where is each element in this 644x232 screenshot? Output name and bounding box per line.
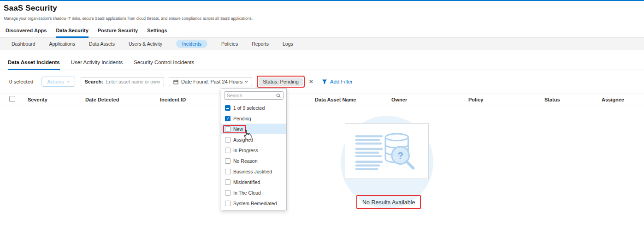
column-assignee[interactable]: Assignee [596,97,644,102]
status-option-label: System Remediated [233,201,277,206]
page-subtitle: Manage your organization's shadow IT ris… [4,16,644,21]
search-input[interactable] [106,79,160,84]
svg-text:?: ? [397,150,403,161]
status-option-pending[interactable]: Pending [221,113,286,124]
status-filter-chip[interactable]: Status: Pending [259,77,303,86]
empty-state-illustration: ? [345,123,429,179]
status-option-system-remediated[interactable]: System Remediated [221,198,286,208]
tab-security-control-incidents[interactable]: Security Control Incidents [134,57,194,70]
search-icon [276,93,281,98]
select-all-statuses-checkbox[interactable] [225,105,230,111]
new-checkbox[interactable] [225,126,230,132]
actions-button[interactable]: Actions [41,77,75,87]
column-severity[interactable]: Severity [22,97,80,102]
status-option-in-progress[interactable]: In Progress [221,145,286,155]
column-policy[interactable]: Policy [463,97,539,102]
pending-checkbox[interactable] [225,116,230,121]
search-label: Search: [85,79,103,84]
status-option-label: New [233,126,243,132]
tab-user-activity-incidents[interactable]: User Activity Incidents [71,57,123,70]
status-option-label: Business Justified [233,169,272,174]
toolbar: 0 selected Actions Search: Date Found: P… [0,76,644,88]
column-date-detected[interactable]: Date Detected [80,97,154,102]
subnav-dashboard[interactable]: Dashboard [12,41,35,47]
chevron-down-icon [245,79,248,83]
date-filter-label: Date Found: Past 24 Hours [181,79,242,84]
database-search-icon: ? [345,123,428,179]
status-option-label: In The Cloud [233,190,261,196]
annotation-box-status-chip: Status: Pending [257,76,305,88]
status-option-label: Pending [233,116,251,121]
status-option-label: No Reason [233,158,258,164]
app-root: SaaS Security Manage your organization's… [0,0,644,232]
system-remediated-checkbox[interactable] [225,201,230,206]
status-option-misidentified[interactable]: Misidentified [221,177,286,187]
chevron-down-icon [66,79,70,83]
dropdown-search-box[interactable] [224,91,284,100]
page-title: SaaS Security [4,4,644,13]
page-header: SaaS Security Manage your organization's… [0,4,644,21]
secondary-nav: Dashboard Applications Data Assets Users… [0,38,644,50]
nav-data-security[interactable]: Data Security [56,25,88,37]
subnav-reports[interactable]: Reports [252,41,269,47]
subnav-users-activity[interactable]: Users & Activity [129,41,162,47]
nav-settings[interactable]: Settings [147,25,167,37]
status-option-assigned[interactable]: Assigned [221,134,286,145]
select-all-checkbox[interactable] [9,96,15,102]
subnav-applications[interactable]: Applications [49,41,75,47]
dropdown-summary-label: 1 of 9 selected [233,105,265,111]
primary-nav: Discovered Apps Data Security Posture Se… [0,25,644,38]
status-option-business-justified[interactable]: Business Justified [221,166,286,177]
status-option-no-reason[interactable]: No Reason [221,155,286,166]
cursor-hand-icon [243,130,252,143]
subnav-incidents[interactable]: Incidents [176,40,207,48]
subnav-data-assets[interactable]: Data Assets [89,41,115,47]
status-filter-dropdown-panel: 1 of 9 selected Pending New Assigned In … [221,88,287,210]
table-header-checkbox-cell [0,96,22,103]
assigned-checkbox[interactable] [225,137,230,143]
actions-button-label: Actions [47,79,64,84]
in-progress-checkbox[interactable] [225,148,230,153]
add-filter-label: Add Filter [330,79,353,84]
status-option-label: Misidentified [233,179,260,185]
subnav-policies[interactable]: Policies [221,41,238,47]
table-header: Severity Date Detected Incident ID Data … [0,94,644,105]
filter-funnel-icon [322,79,327,84]
annotation-box-no-results: No Results Available [356,195,421,209]
dropdown-summary-row[interactable]: 1 of 9 selected [221,102,286,113]
add-filter-button[interactable]: Add Filter [322,79,353,84]
misidentified-checkbox[interactable] [225,179,230,185]
column-status[interactable]: Status [539,97,596,102]
column-owner[interactable]: Owner [386,97,463,102]
tab-data-asset-incidents[interactable]: Data Asset Incidents [8,57,60,70]
dropdown-search-input[interactable] [227,93,276,98]
search-box[interactable]: Search: [81,77,164,86]
top-border [0,0,644,1]
status-option-in-the-cloud[interactable]: In The Cloud [221,187,286,198]
selected-count: 0 selected [9,79,33,84]
no-reason-checkbox[interactable] [225,158,230,164]
in-the-cloud-checkbox[interactable] [225,190,230,196]
calendar-icon [173,79,178,84]
status-option-new[interactable]: New [221,124,286,134]
column-data-asset-name[interactable]: Data Asset Name [309,97,386,102]
nav-discovered-apps[interactable]: Discovered Apps [6,25,47,37]
empty-state-message: No Results Available [362,199,415,206]
incident-tabs: Data Asset Incidents User Activity Incid… [0,57,644,70]
nav-posture-security[interactable]: Posture Security [98,25,138,37]
business-justified-checkbox[interactable] [225,169,230,174]
subnav-logs[interactable]: Logs [283,41,293,47]
remove-filter-icon[interactable]: ✕ [309,78,313,85]
date-filter-dropdown[interactable]: Date Found: Past 24 Hours [169,77,252,86]
status-option-label: In Progress [233,148,258,153]
